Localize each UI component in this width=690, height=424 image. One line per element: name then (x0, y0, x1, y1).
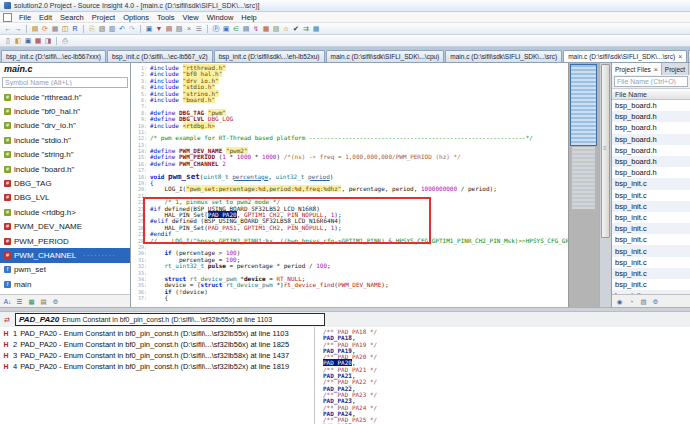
file-row[interactable]: bsp_init.c (612, 178, 690, 189)
bookmark-red-icon[interactable]: ▼ (154, 24, 164, 34)
menu-item-window[interactable]: Window (203, 13, 238, 22)
symbol-item[interactable]: #include "stdio.h" (0, 133, 130, 147)
view-icon[interactable]: ◉ (615, 297, 624, 306)
file-tab[interactable]: bsp_init.c (D:\sifli\sdk\...\eh-lb52xu) (214, 50, 325, 62)
file-row[interactable]: bsp_board.h (612, 145, 690, 156)
symbol-item[interactable]: #include "string.h" (0, 148, 130, 162)
symbol-item[interactable]: #include "bf0_hal.h" (0, 104, 130, 118)
save-icon[interactable]: ▣ (23, 36, 33, 46)
source-preview-pane[interactable]: /** PAD_PA18 */PAD_PA18,/** PAD_PA19 */P… (315, 327, 690, 424)
file-row[interactable]: bsp_init.c (612, 245, 690, 256)
symbol-item[interactable]: #include "board.h" (0, 162, 130, 176)
class-browser-icon[interactable]: ▦ (261, 24, 271, 34)
book-icon[interactable]: ▤ (39, 297, 48, 306)
file-row[interactable]: bsp_init.c (612, 212, 690, 223)
print-icon[interactable]: ⎙ (60, 36, 70, 46)
file-row[interactable]: bsp_board.h (612, 100, 690, 111)
symbol-window-icon[interactable]: ▤ (241, 24, 251, 34)
symbol-item[interactable]: #PWM_DEV_NAME (0, 220, 130, 234)
clear-icon[interactable]: ◨ (43, 36, 53, 46)
sort-az-icon[interactable]: A↓ (3, 297, 12, 306)
check-icon[interactable]: ✔ (291, 24, 301, 34)
gear-icon[interactable]: ⚙ (651, 297, 660, 306)
save-all-icon[interactable]: ▦ (33, 36, 43, 46)
symbol-item[interactable]: #include "drv_io.h" (0, 119, 130, 133)
file-row[interactable]: bsp_init.c (612, 223, 690, 234)
file-tab[interactable]: main.c (D:\sifli\sdk\SIFLI_SDK\...\src)× (563, 50, 687, 62)
file-row[interactable]: bsp_init.c (612, 279, 690, 290)
list-view-icon[interactable]: ☰ (15, 297, 24, 306)
symbol-lookup-box[interactable]: PAD_PA20 Enum Constant in bf0_pin_const.… (15, 313, 325, 326)
properties-icon[interactable]: Ⓟ (211, 24, 221, 34)
new-file-icon[interactable]: ▯ (3, 36, 13, 46)
call-graph-icon[interactable]: ↯ (251, 24, 261, 34)
search-result-row[interactable]: H2PAD_PA20 - Enum Constant in bf0_pin_co… (0, 339, 314, 350)
undo-icon[interactable]: ↶ (117, 24, 127, 34)
open-file-icon[interactable]: ◧ (13, 36, 23, 46)
clip-window-icon[interactable]: ▨ (271, 24, 281, 34)
menu-item-options[interactable]: Options (119, 13, 153, 22)
file-row[interactable]: bsp_board.h (612, 156, 690, 167)
gear-icon[interactable]: ⚙ (51, 297, 60, 306)
xref-list-icon[interactable]: × (184, 24, 194, 34)
close-icon[interactable]: × (654, 66, 658, 73)
symbol-item[interactable]: #include <rtdbg.h> (0, 205, 130, 219)
doc-icon[interactable]: ▧ (639, 297, 648, 306)
clip-icon[interactable]: ▥ (107, 24, 117, 34)
editor-scrollbar[interactable] (599, 63, 611, 307)
grid-icon[interactable]: ▦ (311, 24, 321, 34)
file-row[interactable]: bsp_init.c (612, 268, 690, 279)
history-icon[interactable]: ◔ (627, 297, 636, 306)
file-row[interactable]: bsp_init.c (612, 190, 690, 201)
menu-item-search[interactable]: Search (56, 13, 88, 22)
symbol-search-input[interactable] (2, 77, 128, 88)
code-line[interactable]: 28:// LOG_I("hpsys_GPTIM2_PINR1:%x ,((hw… (131, 238, 568, 244)
symbol-item[interactable]: #include "rtthread.h" (0, 90, 130, 104)
file-row[interactable]: bsp_board.h (612, 122, 690, 133)
doc-blue-icon[interactable]: ▣ (144, 24, 154, 34)
file-tab[interactable]: bsp_init.c (D:\sifli\...\ec-lb567xxx) (1, 50, 106, 62)
menu-item-help[interactable]: Help (237, 13, 260, 22)
search-result-row[interactable]: H4PAD_PA20 - Enum Constant in bf0_pin_co… (0, 361, 314, 372)
reload-icon[interactable]: ⟳ (40, 24, 50, 34)
project-window-icon[interactable]: ▤ (30, 24, 40, 34)
paste-icon[interactable]: ▨ (97, 24, 107, 34)
symbol-item[interactable]: fpwm_set (0, 263, 130, 277)
tab-project-files[interactable]: Project Files × (612, 63, 662, 75)
code-line[interactable]: 12:/* pwm example for RT-Thread based pl… (131, 135, 568, 141)
back-icon[interactable]: ← (3, 24, 13, 34)
context-window-icon[interactable]: ∈ (231, 24, 241, 34)
redo-icon[interactable]: ↷ (127, 24, 137, 34)
list-icon[interactable]: ☰ (194, 24, 204, 34)
open-book-icon[interactable]: ▦ (50, 24, 60, 34)
close-icon[interactable]: × (678, 53, 682, 60)
symbol-item[interactable]: #DBG_LVL (0, 191, 130, 205)
minimap-viewport[interactable] (570, 64, 597, 146)
minimap[interactable] (568, 63, 599, 307)
symbol-item[interactable]: fmain (0, 277, 130, 291)
menu-item-file[interactable]: File (15, 13, 35, 22)
symbol-item[interactable]: #DBG_TAG (0, 176, 130, 190)
relation-window-icon[interactable]: ▣ (221, 24, 231, 34)
file-row[interactable]: bsp_board.h (612, 167, 690, 178)
tab-project-symbols[interactable]: Project (662, 63, 689, 75)
file-row[interactable]: bsp_init.c (612, 257, 690, 268)
menu-item-edit[interactable]: Edit (35, 13, 56, 22)
diff-icon[interactable]: ⇉ (301, 24, 311, 34)
category-icon[interactable]: ▦ (27, 297, 36, 306)
home-icon[interactable]: ⌂ (281, 24, 291, 34)
file-row[interactable]: bsp_init.c (612, 234, 690, 245)
forward-icon[interactable]: → (13, 24, 23, 34)
file-tab[interactable]: main.c (D:\sifli\sdk\SIFLI_SDK\...\src) (445, 50, 562, 62)
search-result-row[interactable]: H1PAD_PA20 - Enum Constant in bf0_pin_co… (0, 328, 314, 339)
document-icon[interactable] (3, 13, 12, 22)
symbol-item[interactable]: #PWM_CHANNEL (0, 248, 130, 262)
menu-item-view[interactable]: View (179, 13, 203, 22)
file-tab[interactable]: main.c (D:\sifli\sdk\SIFLI_SDK\...\cpu) (326, 50, 445, 62)
mark-icon[interactable]: ◫ (60, 24, 70, 34)
code-line[interactable]: 37: { (131, 295, 568, 301)
copy-icon[interactable]: ⎘ (87, 24, 97, 34)
symbol-item[interactable]: #PWM_PERIOD (0, 234, 130, 248)
compare-icon[interactable]: ▤ (164, 24, 174, 34)
file-row[interactable]: bsp_board.h (612, 134, 690, 145)
